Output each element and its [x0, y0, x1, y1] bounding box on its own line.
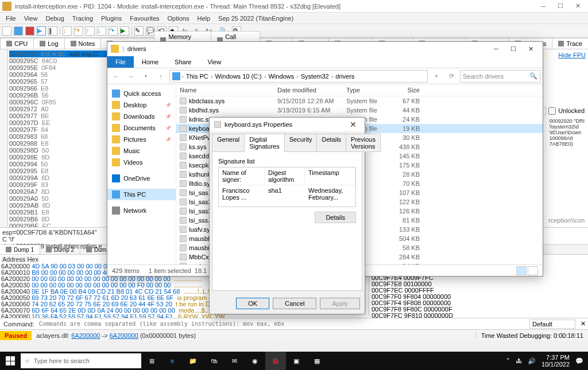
- refresh-icon[interactable]: ⟳: [445, 70, 458, 83]
- maximize-button[interactable]: ☐: [552, 1, 568, 11]
- notifications-icon[interactable]: 💬: [575, 357, 583, 365]
- menu-plugins[interactable]: Plugins: [98, 14, 125, 23]
- properties-close-button[interactable]: ✕: [346, 120, 360, 129]
- x32dbg-icon[interactable]: 🐞: [265, 352, 286, 370]
- explorer-maximize-button[interactable]: ☐: [505, 42, 522, 55]
- properties-tab-digital-signatures[interactable]: Digital Signatures: [244, 134, 285, 152]
- sig-col-digest[interactable]: Digest algorithm: [265, 168, 305, 185]
- trace-into-icon[interactable]: ↓: [97, 26, 106, 36]
- tab-notes[interactable]: Notes: [64, 38, 102, 49]
- mail-icon[interactable]: ✉: [224, 352, 245, 370]
- apply-button[interactable]: Apply: [320, 298, 360, 309]
- sidebar-item-music[interactable]: Music: [107, 145, 176, 157]
- tab-cpu[interactable]: CPU: [0, 38, 34, 49]
- sidebar-item-pictures[interactable]: Pictures📌: [107, 134, 176, 145]
- history-chevron-icon[interactable]: ▾: [140, 70, 152, 83]
- sidebar-item-this-pc[interactable]: This PC: [107, 189, 176, 200]
- menu-file[interactable]: File: [2, 14, 20, 23]
- command-input[interactable]: [38, 320, 527, 328]
- explorer-minimize-button[interactable]: ─: [488, 42, 505, 55]
- menu-options[interactable]: Options: [164, 14, 193, 23]
- file-row[interactable]: kbdclass.sys9/15/2018 12:28 AMSystem fil…: [176, 96, 543, 106]
- tab-trace[interactable]: Trace: [552, 38, 588, 49]
- sidebar-item-downloads[interactable]: Downloads📌: [107, 111, 176, 122]
- command-combo[interactable]: Default: [529, 320, 575, 329]
- menu-debug[interactable]: Debug: [42, 14, 67, 23]
- properties-tab-general[interactable]: General: [212, 134, 245, 152]
- taskbar-search[interactable]: ○ Type here to search: [21, 353, 141, 368]
- tab-log[interactable]: Log: [33, 38, 64, 49]
- app-icon[interactable]: ▦: [307, 352, 327, 370]
- sidebar-item-documents[interactable]: Documents📌: [107, 122, 176, 134]
- breadcrumb[interactable]: ›This PC›Windows 10 (C:)›Windows›System3…: [169, 70, 428, 83]
- col-date[interactable]: Date modified: [274, 87, 343, 94]
- sig-col-name[interactable]: Name of signer:: [219, 168, 265, 185]
- column-headers[interactable]: Name Date modified Type Size: [176, 84, 543, 96]
- system-tray[interactable]: ˄ 🖧 🔊 7:37 PM 10/1/2022 💬: [502, 354, 588, 368]
- menu-sep[interactable]: Sep 25 2022 (TitanEngine): [215, 14, 297, 23]
- explorer-search-input[interactable]: Search drivers 🔍: [460, 70, 540, 83]
- up-button[interactable]: ↑: [154, 70, 167, 83]
- restart-icon[interactable]: [14, 26, 23, 36]
- view-details-icon[interactable]: [516, 266, 527, 275]
- step-into-icon[interactable]: ↓: [63, 26, 72, 36]
- command-clear-icon[interactable]: ✕: [578, 320, 588, 328]
- network-icon[interactable]: 🖧: [516, 357, 522, 364]
- properties-tab-details[interactable]: Details: [316, 134, 346, 152]
- sig-col-timestamp[interactable]: Timestamp: [305, 168, 355, 185]
- menu-favourites[interactable]: Favourites: [126, 14, 163, 23]
- sidebar-item-quick-access[interactable]: Quick access: [107, 88, 176, 99]
- details-button[interactable]: Details: [315, 212, 356, 223]
- properties-tab-security[interactable]: Security: [284, 134, 318, 152]
- ribbon-home-tab[interactable]: Home: [134, 56, 167, 68]
- cancel-button[interactable]: Cancel: [273, 298, 316, 309]
- menu-view[interactable]: View: [21, 14, 41, 23]
- menu-tracing[interactable]: Tracing: [69, 14, 96, 23]
- close-button[interactable]: ✕: [570, 1, 586, 11]
- dump-tab-2[interactable]: Dump 2: [40, 245, 80, 254]
- minimize-button[interactable]: ─: [535, 1, 551, 11]
- store-icon[interactable]: 🛍: [203, 352, 224, 370]
- run-icon[interactable]: ▶: [37, 26, 46, 36]
- sidebar-item-videos[interactable]: Videos: [107, 157, 176, 168]
- breadcrumb-item[interactable]: Windows: [267, 73, 295, 80]
- properties-tab-previous-versions[interactable]: Previous Versions: [346, 134, 381, 152]
- ribbon-share-tab[interactable]: Share: [167, 56, 199, 68]
- col-size[interactable]: Size: [389, 87, 423, 94]
- sidebar-item-network[interactable]: Network: [107, 205, 176, 216]
- pause-icon[interactable]: ‖: [48, 26, 57, 36]
- view-icons-icon[interactable]: [528, 266, 538, 275]
- edge-icon[interactable]: e: [162, 352, 183, 370]
- ok-button[interactable]: OK: [236, 298, 269, 309]
- back-button[interactable]: ←: [110, 70, 122, 83]
- chrome-icon[interactable]: ◉: [245, 352, 265, 370]
- hex-line[interactable]: 6A200080 1D 36 FA 52 59 57 94 F1 59 57 9…: [1, 314, 369, 318]
- refresh-button[interactable]: ▾: [430, 70, 443, 83]
- tray-chevron-icon[interactable]: ˄: [506, 357, 510, 365]
- volume-icon[interactable]: 🔊: [528, 357, 536, 365]
- run-to-user-icon[interactable]: ▶: [120, 26, 129, 36]
- patch-icon[interactable]: ✎: [134, 26, 144, 36]
- col-type[interactable]: Type: [343, 87, 389, 94]
- breadcrumb-item[interactable]: Windows 10 (C:): [214, 73, 262, 80]
- sidebar-item-onedrive[interactable]: OneDrive: [107, 173, 176, 184]
- step-out-icon[interactable]: ↑: [86, 26, 95, 36]
- ribbon-file-tab[interactable]: File: [107, 56, 134, 68]
- start-button[interactable]: [0, 352, 21, 370]
- col-name[interactable]: Name: [176, 87, 274, 94]
- cmd-icon[interactable]: ▣: [286, 352, 307, 370]
- open-icon[interactable]: [2, 26, 11, 36]
- step-over-icon[interactable]: ↷: [74, 26, 83, 36]
- menu-help[interactable]: Help: [194, 14, 214, 23]
- signature-list[interactable]: Name of signer: Digest algorithm Timesta…: [218, 167, 356, 207]
- dump-tab-1[interactable]: Dump 1: [0, 245, 40, 254]
- stop-icon[interactable]: [25, 26, 34, 36]
- forward-button[interactable]: →: [125, 70, 137, 83]
- ribbon-view-tab[interactable]: View: [199, 56, 229, 68]
- trace-over-icon[interactable]: ↷: [109, 26, 118, 36]
- explorer-icon[interactable]: 📁: [183, 352, 203, 370]
- breadcrumb-item[interactable]: This PC: [185, 73, 210, 80]
- file-row[interactable]: kbdhid.sys3/19/2019 6:15 AMSystem file44…: [176, 106, 543, 115]
- signature-row[interactable]: Francisco Lopes ... sha1 Wednesday, Febr…: [219, 185, 355, 202]
- breadcrumb-item[interactable]: System32: [300, 73, 330, 80]
